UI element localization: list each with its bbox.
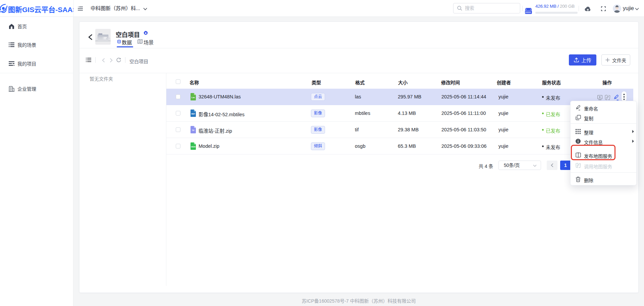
svg-text:TIF: TIF — [192, 129, 195, 131]
svg-text:OSGB: OSGB — [191, 146, 196, 148]
svg-text:MBT: MBT — [191, 113, 195, 115]
svg-text:Las: Las — [192, 96, 195, 98]
